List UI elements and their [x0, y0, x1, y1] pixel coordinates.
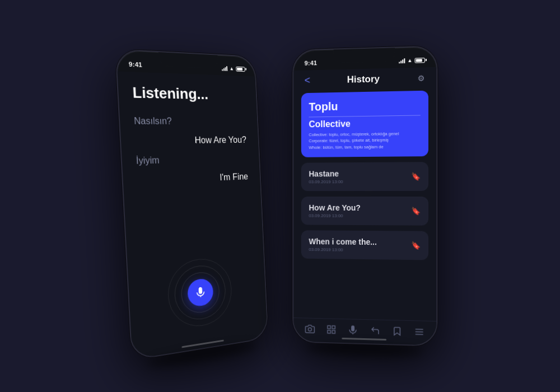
history-card-2[interactable]: How Are You? 03.09.2019 13:00 🔖 — [301, 197, 428, 226]
featured-card[interactable]: Toplu Collective Collective: toplu, orto… — [301, 91, 428, 157]
translation-row-2: How Are You? — [135, 135, 247, 146]
signal-left — [222, 66, 227, 71]
history-list: Toplu Collective Collective: toplu, orto… — [293, 90, 436, 321]
bookmark-icon-1[interactable]: 🔖 — [411, 172, 420, 180]
svg-rect-1 — [328, 326, 330, 329]
wifi-icon-right: ▲ — [407, 58, 412, 63]
translation-row-4: I'm Fine — [137, 172, 248, 186]
bookmark-icon-3[interactable]: 🔖 — [411, 241, 420, 249]
signal-bar-r3 — [402, 59, 403, 63]
featured-translation: Collective — [309, 118, 420, 129]
card-word-2: How Are You? — [309, 203, 411, 212]
right-phone-wrapper: 9:41 ▲ < History ⚙ — [292, 45, 437, 347]
featured-detail-3: Whole: bütün, tüm, tam, toplu sağlam de — [309, 143, 420, 150]
right-phone: 9:41 ▲ < History ⚙ — [292, 45, 437, 347]
source-text-1: Nasılsın? — [134, 116, 246, 127]
mic-area — [166, 256, 233, 330]
featured-source-word: Toplu — [309, 99, 420, 117]
svg-rect-3 — [328, 330, 330, 333]
card-date-3: 03.09.2019 13:00 — [309, 247, 411, 253]
translation-row-3: İyiyim — [136, 153, 248, 166]
battery-right — [415, 58, 425, 63]
battery-fill-right — [416, 59, 422, 62]
battery-left — [236, 66, 245, 71]
battery-fill-left — [237, 67, 242, 70]
signal-bar-1 — [222, 69, 223, 71]
source-text-3: İyiyim — [136, 153, 248, 166]
mic-rings — [166, 256, 233, 330]
card-date-2: 03.09.2019 13:00 — [309, 213, 411, 218]
featured-details: Collective: toplu, ortoc, müşterek, orto… — [309, 130, 420, 151]
signal-bar-r2 — [400, 60, 402, 63]
svg-point-0 — [308, 328, 311, 331]
time-right: 9:41 — [305, 59, 318, 66]
left-phone-wrapper: 9:41 ▲ Listening... Nasılsın? How — [115, 49, 268, 361]
history-header: < History ⚙ — [293, 67, 436, 94]
tab-bar — [293, 318, 436, 346]
card-word-1: Hastane — [309, 169, 411, 178]
card-date-1: 03.09.2019 13:00 — [309, 179, 411, 184]
settings-button[interactable]: ⚙ — [418, 73, 425, 82]
mic-icon — [195, 286, 206, 298]
history-card-1[interactable]: Hastane 03.09.2019 13:00 🔖 — [301, 162, 428, 191]
tab-camera[interactable] — [305, 324, 315, 334]
card-word-3: When i come the... — [309, 237, 411, 247]
tab-mic[interactable] — [348, 325, 358, 335]
right-screen: < History ⚙ Toplu Collective Collective:… — [293, 67, 436, 346]
translation-row-1: Nasılsın? — [134, 116, 246, 127]
bookmark-icon-2[interactable]: 🔖 — [411, 207, 420, 215]
left-screen: Listening... Nasılsın? How Are You? İyiy… — [118, 71, 268, 359]
tab-bookmark[interactable] — [392, 326, 402, 337]
history-card-3[interactable]: When i come the... 03.09.2019 13:00 🔖 — [301, 230, 428, 260]
signal-bar-r1 — [399, 62, 400, 63]
svg-rect-4 — [332, 330, 335, 333]
notch-right — [334, 48, 395, 63]
notch-left — [158, 52, 218, 68]
back-button[interactable]: < — [305, 74, 310, 86]
card-content-1: Hastane 03.09.2019 13:00 — [309, 169, 411, 184]
translated-text-4: I'm Fine — [137, 172, 248, 186]
signal-bar-r4 — [404, 58, 405, 63]
card-content-3: When i come the... 03.09.2019 13:00 — [309, 237, 411, 253]
listening-title: Listening... — [132, 83, 245, 104]
signal-bar-4 — [226, 66, 227, 71]
status-icons-left: ▲ — [222, 66, 245, 72]
wifi-icon-left: ▲ — [230, 66, 235, 71]
signal-bar-2 — [223, 68, 225, 71]
translated-text-2: How Are You? — [135, 135, 247, 146]
history-title: History — [347, 73, 380, 85]
status-icons-right: ▲ — [399, 57, 425, 63]
left-phone: 9:41 ▲ Listening... Nasılsın? How — [115, 49, 268, 361]
time-left: 9:41 — [129, 60, 143, 68]
tab-back[interactable] — [370, 325, 380, 336]
svg-rect-2 — [332, 326, 335, 329]
card-content-2: How Are You? 03.09.2019 13:00 — [309, 203, 411, 219]
tab-grid[interactable] — [326, 324, 337, 334]
tab-menu[interactable] — [414, 326, 424, 337]
signal-right — [399, 58, 405, 63]
